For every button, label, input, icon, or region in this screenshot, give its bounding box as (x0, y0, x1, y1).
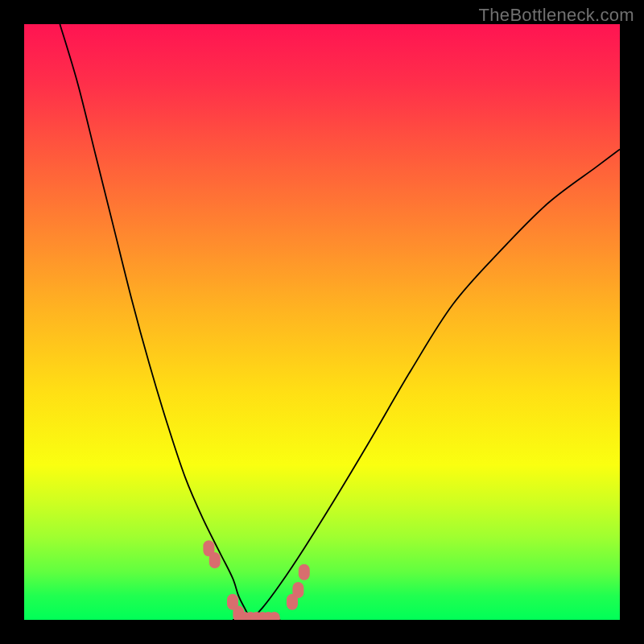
bump-marker (299, 564, 310, 580)
chart-frame: TheBottleneck.com (0, 0, 644, 644)
curves-svg (24, 24, 620, 620)
bump-marker (209, 552, 221, 568)
bump-marker (292, 582, 303, 598)
watermark-text: TheBottleneck.com (479, 5, 634, 26)
left-curve (60, 24, 250, 620)
plot-area (24, 24, 620, 620)
right-curve (250, 149, 620, 620)
